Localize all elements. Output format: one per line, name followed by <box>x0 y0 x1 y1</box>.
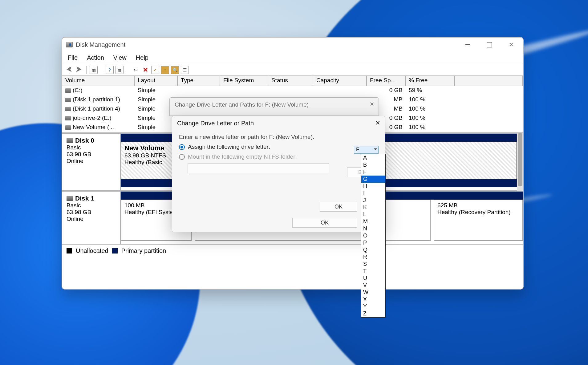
dropdown-option[interactable]: R <box>361 253 385 261</box>
col-volume[interactable]: Volume <box>62 76 135 86</box>
legend-unalloc-swatch <box>67 248 72 253</box>
toolbar-grid-icon[interactable]: ▦ <box>90 66 98 74</box>
col-freespace[interactable]: Free Sp... <box>367 76 406 86</box>
ok-button[interactable]: OK <box>320 202 357 212</box>
disk-scrollbar[interactable] <box>517 133 523 191</box>
dropdown-option[interactable]: K <box>361 204 385 211</box>
dropdown-option[interactable]: L <box>361 211 385 218</box>
drive-icon <box>65 125 71 130</box>
menu-action[interactable]: Action <box>87 54 104 61</box>
forward-button[interactable]: ⮞ <box>75 66 83 74</box>
col-capacity[interactable]: Capacity <box>313 76 367 86</box>
combo-value: F <box>356 147 359 153</box>
drive-icon <box>65 88 71 93</box>
minimize-button[interactable] <box>463 39 473 50</box>
toolbar-help-icon[interactable]: ? <box>106 66 114 74</box>
vol-name: (Disk 1 partition 1) <box>73 96 120 103</box>
disk1-partition-3[interactable]: 625 MB Healthy (Recovery Partition) <box>434 200 523 241</box>
col-type[interactable]: Type <box>178 76 220 86</box>
dialog2-close-icon[interactable]: ✕ <box>375 119 380 127</box>
radio-mount-folder[interactable] <box>179 154 185 160</box>
dropdown-option[interactable]: W <box>361 289 385 296</box>
vol-name: (Disk 1 partition 4) <box>73 105 120 112</box>
toolbar-check-icon[interactable]: ✓ <box>151 66 159 74</box>
dropdown-option[interactable]: V <box>361 282 385 289</box>
legend-primary-label: Primary partition <box>121 247 166 254</box>
disk1-meta[interactable]: Disk 1 Basic 63.98 GB Online <box>62 192 121 244</box>
toolbar-delete-icon[interactable]: ✕ <box>141 66 149 74</box>
app-icon <box>66 42 73 47</box>
dropdown-option[interactable]: Y <box>361 303 385 310</box>
drive-letter-combo[interactable]: F <box>354 146 379 154</box>
radio-assign-letter[interactable] <box>179 144 185 150</box>
dialog-change-drive-letter: Change Drive Letter or Path ✕ Enter a ne… <box>172 116 385 232</box>
maximize-button[interactable] <box>484 39 495 50</box>
dropdown-option[interactable]: X <box>361 296 385 303</box>
assign-label: Assign the following drive letter: <box>188 144 270 150</box>
dialog1-close-icon[interactable]: ✕ <box>370 101 374 107</box>
disk-icon <box>67 138 73 143</box>
legend-unalloc-label: Unallocated <box>76 247 108 254</box>
dropdown-option[interactable]: P <box>361 239 385 246</box>
dropdown-option[interactable]: A <box>361 154 385 161</box>
close-button[interactable] <box>506 39 516 50</box>
col-layout[interactable]: Layout <box>135 76 178 86</box>
toolbar-list-icon[interactable]: ☲ <box>181 66 189 74</box>
dropdown-option[interactable]: B <box>361 161 385 168</box>
menubar: File Action View Help <box>62 52 523 64</box>
drive-letter-dropdown[interactable]: ABFGHIJKLMNOPQRSTUVWXYZ <box>361 154 386 318</box>
dialog2-title: Change Drive Letter or Path <box>172 116 385 131</box>
dropdown-option[interactable]: G <box>361 176 385 183</box>
back-button[interactable]: ⮜ <box>65 66 73 74</box>
mount-path-input[interactable] <box>188 163 329 173</box>
dropdown-option[interactable]: Q <box>361 246 385 253</box>
toolbar-up-icon[interactable]: ↑ <box>161 66 169 74</box>
toolbar-refresh-icon[interactable]: ▦ <box>116 66 124 74</box>
dropdown-option[interactable]: N <box>361 225 385 232</box>
dialog1-title: Change Drive Letter and Paths for F: (Ne… <box>170 98 379 112</box>
menu-file[interactable]: File <box>68 54 78 61</box>
dropdown-option[interactable]: T <box>361 268 385 275</box>
window-title: Disk Management <box>76 41 125 48</box>
vol-name: job-drive-2 (E:) <box>73 115 112 121</box>
dropdown-option[interactable]: Z <box>361 310 385 317</box>
ok-button-outer[interactable]: OK <box>292 218 357 228</box>
disk0-meta[interactable]: Disk 0 Basic 63.98 GB Online <box>62 134 121 190</box>
dropdown-option[interactable]: U <box>361 275 385 282</box>
drive-icon <box>65 116 71 120</box>
dropdown-option[interactable]: I <box>361 190 385 197</box>
toolbar-search-icon[interactable]: 🔍 <box>171 66 179 74</box>
col-filesystem[interactable]: File System <box>220 76 268 86</box>
dropdown-option[interactable]: S <box>361 261 385 268</box>
toolbar-tag-icon[interactable]: 🏷 <box>132 66 140 74</box>
chevron-down-icon <box>374 148 377 150</box>
drive-icon <box>65 98 71 102</box>
vol-name: (C:) <box>73 87 83 93</box>
dropdown-option[interactable]: J <box>361 197 385 204</box>
dropdown-option[interactable]: H <box>361 183 385 190</box>
disk-icon <box>67 196 73 201</box>
dropdown-option[interactable]: M <box>361 218 385 225</box>
titlebar: Disk Management <box>62 38 523 52</box>
menu-help[interactable]: Help <box>136 54 148 61</box>
dropdown-option[interactable]: O <box>361 232 385 239</box>
column-headers: Volume Layout Type File System Status Ca… <box>62 76 523 86</box>
legend: Unallocated Primary partition <box>62 245 523 257</box>
col-pctfree[interactable]: % Free <box>406 76 455 86</box>
mount-label: Mount in the following empty NTFS folder… <box>188 153 297 160</box>
drive-icon <box>65 107 71 111</box>
toolbar: ⮜ ⮞ ▦ ? ▦ 🏷 ✕ ✓ ↑ 🔍 ☲ <box>62 64 523 76</box>
dropdown-option[interactable]: F <box>361 168 385 176</box>
volume-row[interactable]: (C:) Simple 0 GB 59 % <box>62 86 523 95</box>
menu-view[interactable]: View <box>113 54 127 61</box>
legend-primary-swatch <box>112 248 118 253</box>
vol-name: New Volume (... <box>73 124 114 130</box>
dialog2-prompt: Enter a new drive letter or path for F: … <box>179 134 378 140</box>
col-status[interactable]: Status <box>268 76 313 86</box>
dialog-change-paths: Change Drive Letter and Paths for F: (Ne… <box>169 97 379 116</box>
